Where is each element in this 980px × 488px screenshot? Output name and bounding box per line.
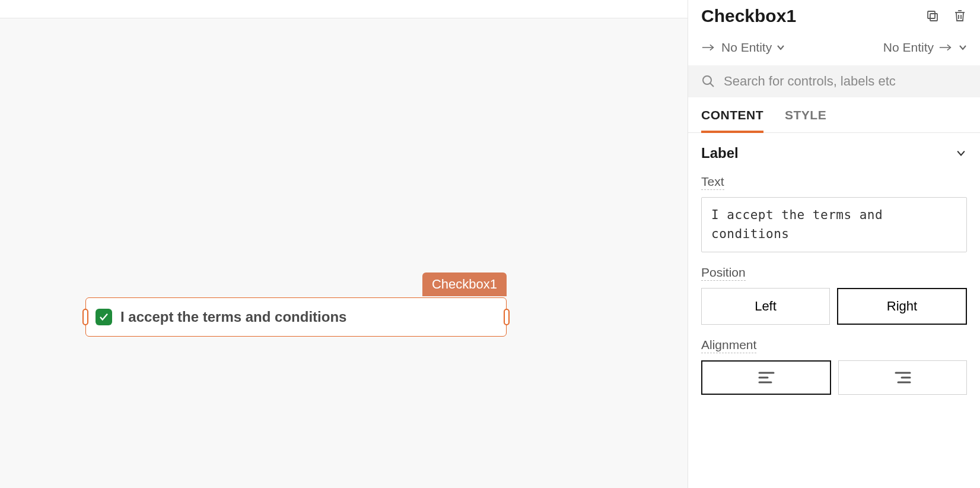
label-text-input[interactable]: I accept the terms and conditions: [701, 197, 967, 252]
entity-bindings-row: No Entity No Entity: [688, 37, 980, 65]
tab-content[interactable]: CONTENT: [701, 108, 763, 133]
chevron-down-icon: [955, 147, 967, 159]
checkbox-box[interactable]: [96, 309, 112, 325]
align-left-icon: [758, 371, 775, 384]
field-alignment-label: Alignment: [701, 338, 756, 353]
svg-point-4: [703, 76, 711, 84]
search-icon: [701, 74, 715, 88]
align-left-button[interactable]: [701, 360, 831, 395]
property-search-input[interactable]: [724, 74, 967, 89]
delete-icon[interactable]: [953, 9, 967, 23]
widget-selection-box[interactable]: I accept the terms and conditions: [85, 297, 507, 337]
tab-style[interactable]: STYLE: [785, 108, 826, 132]
checkbox-widget[interactable]: Checkbox1 I accept the terms and conditi…: [85, 297, 507, 337]
panel-header: Checkbox1: [688, 0, 980, 37]
align-right-button[interactable]: [838, 360, 967, 395]
field-alignment: Alignment: [701, 338, 967, 395]
section-label-header[interactable]: Label: [701, 145, 967, 161]
field-text: Text I accept the terms and conditions: [701, 175, 967, 252]
chevron-down-icon: [777, 43, 785, 52]
svg-line-5: [710, 83, 714, 87]
entity-incoming-label: No Entity: [721, 40, 772, 55]
arrow-right-icon: [938, 43, 954, 52]
field-position: Position Left Right: [701, 265, 967, 325]
canvas-area[interactable]: Checkbox1 I accept the terms and conditi…: [0, 18, 688, 488]
check-icon: [98, 312, 109, 322]
properties-panel: Checkbox1 No Entity No Entity CONTENT ST…: [688, 0, 980, 488]
section-label-title: Label: [701, 145, 739, 161]
arrow-right-icon: [701, 43, 717, 52]
copy-icon[interactable]: [925, 9, 940, 23]
property-search-row: [688, 65, 980, 97]
entity-outgoing-button[interactable]: No Entity: [883, 40, 967, 55]
header-actions: [925, 9, 967, 23]
position-right-button[interactable]: Right: [837, 288, 967, 325]
position-button-group: Left Right: [701, 288, 967, 325]
entity-incoming-button[interactable]: No Entity: [701, 40, 785, 55]
panel-tabs: CONTENT STYLE: [688, 97, 980, 133]
widget-name-tag: Checkbox1: [422, 272, 507, 296]
svg-rect-0: [930, 14, 937, 21]
field-position-label: Position: [701, 265, 746, 281]
chevron-down-icon: [959, 43, 967, 52]
alignment-button-group: [701, 360, 967, 395]
panel-title[interactable]: Checkbox1: [701, 6, 796, 26]
position-left-button[interactable]: Left: [701, 288, 830, 325]
entity-outgoing-label: No Entity: [883, 40, 934, 55]
resize-handle-left[interactable]: [82, 309, 88, 325]
align-right-icon: [895, 371, 911, 384]
field-text-label: Text: [701, 175, 724, 190]
svg-rect-1: [928, 11, 935, 18]
section-label: Label Text I accept the terms and condit…: [688, 133, 980, 395]
resize-handle-right[interactable]: [504, 309, 510, 325]
checkbox-label: I accept the terms and conditions: [120, 309, 346, 325]
